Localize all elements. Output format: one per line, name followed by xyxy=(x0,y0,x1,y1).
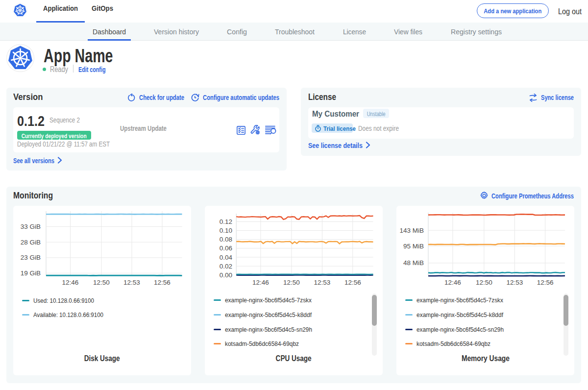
svg-text:33 GiB: 33 GiB xyxy=(21,223,41,230)
svg-text:0.00: 0.00 xyxy=(220,271,232,279)
svg-text:95 MiB: 95 MiB xyxy=(403,243,424,250)
svg-text:0.08: 0.08 xyxy=(220,236,232,243)
svg-text:12:50: 12:50 xyxy=(476,279,492,286)
svg-text:12:50: 12:50 xyxy=(93,279,110,286)
svg-text:28 GiB: 28 GiB xyxy=(21,239,41,246)
svg-text:0.06: 0.06 xyxy=(220,244,232,252)
svg-text:0.02: 0.02 xyxy=(220,263,232,270)
svg-text:0.04: 0.04 xyxy=(220,254,233,261)
svg-text:0.12: 0.12 xyxy=(220,218,232,225)
svg-text:12:56: 12:56 xyxy=(154,279,171,286)
svg-text:12:46: 12:46 xyxy=(62,279,79,286)
svg-text:12:46: 12:46 xyxy=(252,279,269,286)
svg-text:0.10: 0.10 xyxy=(220,227,232,234)
svg-text:19 GiB: 19 GiB xyxy=(21,269,41,277)
svg-text:12:56: 12:56 xyxy=(537,279,554,286)
svg-text:143 MiB: 143 MiB xyxy=(399,227,424,234)
svg-text:23 GiB: 23 GiB xyxy=(21,254,41,261)
svg-text:48 MiB: 48 MiB xyxy=(403,259,424,267)
svg-text:12:53: 12:53 xyxy=(506,279,523,286)
svg-text:12:56: 12:56 xyxy=(344,279,361,286)
svg-text:12:53: 12:53 xyxy=(123,279,140,286)
svg-text:12:53: 12:53 xyxy=(314,279,331,286)
svg-text:12:46: 12:46 xyxy=(444,279,461,286)
svg-text:12:50: 12:50 xyxy=(283,279,300,286)
